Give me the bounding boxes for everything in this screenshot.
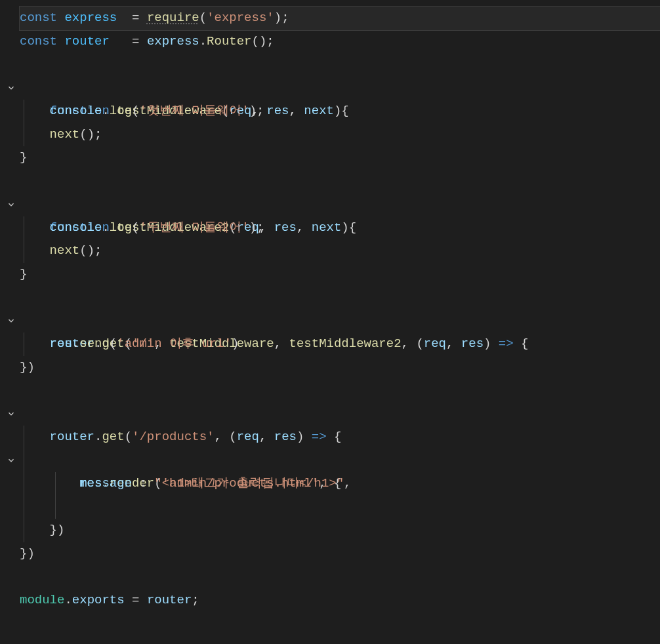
code-line[interactable]: const router = express.Router(); (20, 30, 660, 54)
dot: . (102, 220, 109, 235)
fn-log: log (110, 220, 132, 235)
blank-line[interactable] (20, 426, 660, 449)
dot: . (72, 336, 79, 351)
paren: ) (87, 243, 94, 258)
code-line[interactable]: function testMiddleware2(req, res, next)… (20, 193, 660, 216)
fold-chevron-icon[interactable] (5, 193, 17, 216)
paren: ) (249, 104, 257, 118)
ref-console: console (50, 220, 102, 235)
brace: }) (20, 546, 35, 561)
blank-line[interactable] (20, 565, 660, 589)
code-line[interactable]: router.get('/products', (req, res) => { (20, 403, 660, 426)
string-literal: "<h1>태그가 출력됩니다</h1>" (154, 476, 344, 491)
brace: }) (20, 360, 35, 374)
paren: ) (259, 34, 266, 49)
paren: ) (87, 127, 94, 142)
dot: . (199, 34, 207, 49)
var-router: router (64, 34, 109, 49)
brace: } (20, 267, 27, 281)
code-editor[interactable]: const express = require('express'); cons… (0, 0, 660, 612)
code-line[interactable]: } (20, 263, 660, 287)
fold-chevron-icon[interactable] (5, 77, 17, 100)
brace: }) (50, 523, 65, 537)
code-line[interactable]: } (20, 146, 660, 170)
blank-line[interactable] (20, 53, 660, 77)
code-line[interactable]: function testMiddleware(req, res, next){ (20, 77, 660, 100)
var-express: express (64, 10, 117, 25)
paren: ( (132, 220, 139, 235)
brace: } (20, 150, 27, 165)
ref-module: module (20, 593, 64, 607)
fold-chevron-icon[interactable] (5, 449, 17, 473)
dot: . (64, 593, 72, 607)
fn-log: log (110, 104, 132, 118)
paren: ) (249, 220, 257, 235)
code-line[interactable]: module.exports = router; (20, 589, 660, 613)
ref-express: express (147, 34, 199, 49)
code-line[interactable]: next(); (20, 239, 660, 263)
code-line[interactable]: }) (20, 542, 660, 566)
code-line[interactable]: router.get('/', testMiddleware, testMidd… (20, 310, 660, 333)
semicolon: ; (257, 104, 264, 118)
string-literal: 'admin 이후 url' (117, 336, 232, 351)
paren: ( (252, 34, 259, 49)
semicolon: ; (281, 10, 289, 25)
code-line[interactable]: const express = require('express'); (20, 7, 660, 30)
keyword-const: const (20, 10, 57, 25)
fn-next: next (50, 243, 80, 258)
fn-require: require (147, 10, 199, 25)
semicolon: ; (257, 220, 264, 235)
code-line[interactable]: console.log('두번째 미들웨어'); (20, 216, 660, 240)
semicolon: ; (266, 34, 274, 49)
fn-router: Router (207, 34, 251, 49)
blank-line[interactable] (20, 170, 660, 193)
operator-eq: = (132, 34, 139, 49)
code-line[interactable]: }) (20, 519, 660, 542)
colon: : (132, 476, 154, 491)
paren: ( (110, 336, 117, 351)
string-literal: 'express' (207, 10, 274, 25)
code-line[interactable]: console.log('첫번째 미들웨어'); (20, 100, 660, 123)
code-line[interactable]: }) (20, 356, 660, 380)
operator-eq: = (125, 593, 147, 607)
indent (20, 476, 79, 491)
code-line[interactable]: message : "<h1>태그가 출력됩니다</h1>", (20, 472, 660, 496)
semicolon: ; (94, 127, 102, 142)
dot: . (102, 104, 109, 118)
paren: ( (79, 243, 87, 258)
code-line[interactable]: res.render('admin/products.html', { (20, 449, 660, 473)
string-literal: '두번째 미들웨어' (139, 220, 249, 235)
fold-chevron-icon[interactable] (5, 310, 17, 333)
blank-line[interactable] (20, 496, 660, 519)
fn-send: send (79, 336, 110, 351)
code-line[interactable]: res.send('admin 이후 url') (20, 332, 660, 356)
paren: ) (274, 10, 281, 25)
string-literal: '첫번째 미들웨어' (139, 104, 249, 118)
paren: ) (232, 336, 239, 351)
comma: , (344, 476, 351, 491)
keyword-const: const (20, 34, 57, 49)
property: message (79, 476, 132, 491)
semicolon: ; (94, 243, 102, 258)
semicolon: ; (192, 593, 199, 607)
paren: ( (132, 104, 139, 118)
fold-chevron-icon[interactable] (5, 403, 17, 426)
blank-line[interactable] (20, 379, 660, 403)
ref-router: router (147, 593, 192, 607)
code-line[interactable]: next(); (20, 123, 660, 147)
property: exports (72, 593, 125, 607)
ref-res: res (50, 336, 72, 351)
ref-console: console (50, 104, 102, 118)
paren: ( (199, 10, 207, 25)
paren: ( (79, 127, 87, 142)
blank-line[interactable] (20, 286, 660, 310)
operator-eq: = (132, 10, 139, 25)
fn-next: next (50, 127, 80, 142)
